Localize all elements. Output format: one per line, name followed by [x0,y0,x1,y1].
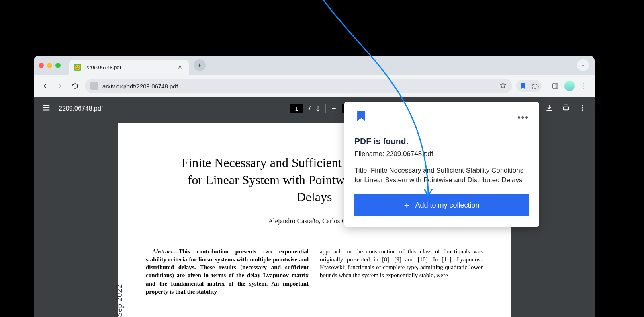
svg-point-4 [583,88,584,88]
tab-favicon-icon: 😊 [74,64,81,71]
reload-button[interactable] [70,80,81,91]
nav-forward-button[interactable] [55,80,66,91]
extension-title-value: Finite Necessary and Sufficient Stabilit… [354,167,523,184]
extension-filename-line: Filename: 2209.06748.pdf [354,149,529,159]
extension-more-icon[interactable]: ••• [517,112,529,123]
pdf-more-icon[interactable] [579,104,587,113]
page-separator: / [309,105,311,112]
minimize-window-button[interactable] [47,63,52,68]
extensions-menu-icon[interactable] [530,82,539,90]
maximize-window-button[interactable] [55,63,61,68]
browser-menu-icon[interactable] [579,81,589,91]
new-tab-button[interactable]: + [194,59,206,71]
pdf-filename: 2209.06748.pdf [59,105,103,112]
extension-status-heading: PDF is found. [354,136,529,146]
tab-list-dropdown-button[interactable] [577,59,589,71]
svg-point-6 [582,107,583,108]
svg-rect-1 [556,84,558,88]
nav-back-button[interactable] [39,80,51,91]
close-window-button[interactable] [39,63,44,68]
add-button-label: Add to my collection [415,201,479,210]
svg-point-5 [582,105,583,106]
address-bar[interactable]: arxiv.org/pdf/2209.06748.pdf [85,79,512,93]
toolbar-divider [325,104,326,113]
tab-strip: 😊 2209.06748.pdf ✕ + [34,56,595,75]
page-number-input[interactable]: 1 [290,104,303,113]
side-panel-icon[interactable] [550,81,560,91]
pdf-menu-icon[interactable] [42,103,51,114]
svg-point-2 [583,84,584,84]
extension-title-line: Title: Finite Necessary and Sufficient S… [354,166,529,185]
paper-col-right: approach for the construction of this cl… [320,247,483,296]
site-info-icon[interactable] [90,82,98,90]
bookmark-extension-icon[interactable] [519,82,527,90]
url-text: arxiv.org/pdf/2209.06748.pdf [102,83,495,89]
address-bar-row: arxiv.org/pdf/2209.06748.pdf [34,75,595,97]
tab-title: 2209.06748.pdf [85,64,176,70]
add-to-collection-button[interactable]: + Add to my collection [354,194,529,216]
extension-title-label: Title: [354,167,371,174]
extension-filename-label: Filename: [354,150,386,158]
toolbar-divider [546,82,546,90]
extension-header: ••• [354,109,529,125]
print-icon[interactable] [562,104,570,113]
plus-icon: + [404,200,409,211]
paper-title-line: Delays [297,190,332,204]
extension-logo-icon [354,109,368,125]
bookmark-star-icon[interactable] [499,82,507,90]
arxiv-watermark: Sep 2022 [114,284,124,317]
profile-avatar[interactable] [564,81,575,91]
zoom-out-button[interactable]: − [331,104,336,113]
extension-filename-value: 2209.06748.pdf [386,150,433,158]
extensions-pill [516,80,542,92]
window-controls [39,63,61,68]
paper-col-left: Abstract—This contribution presents two … [146,247,309,296]
page-total: 8 [316,105,320,112]
download-icon[interactable] [545,104,553,113]
browser-tab[interactable]: 😊 2209.06748.pdf ✕ [69,60,189,75]
extension-popup: ••• PDF is found. Filename: 2209.06748.p… [344,102,539,227]
svg-point-3 [583,86,584,86]
pdf-toolbar-right [545,104,587,113]
tab-close-icon[interactable]: ✕ [176,63,184,71]
abstract-label: Abstract— [152,248,179,255]
svg-point-7 [582,109,583,111]
abstract-text: This contribution presents two exponenti… [146,248,309,295]
paper-columns: Abstract—This contribution presents two … [146,247,483,296]
